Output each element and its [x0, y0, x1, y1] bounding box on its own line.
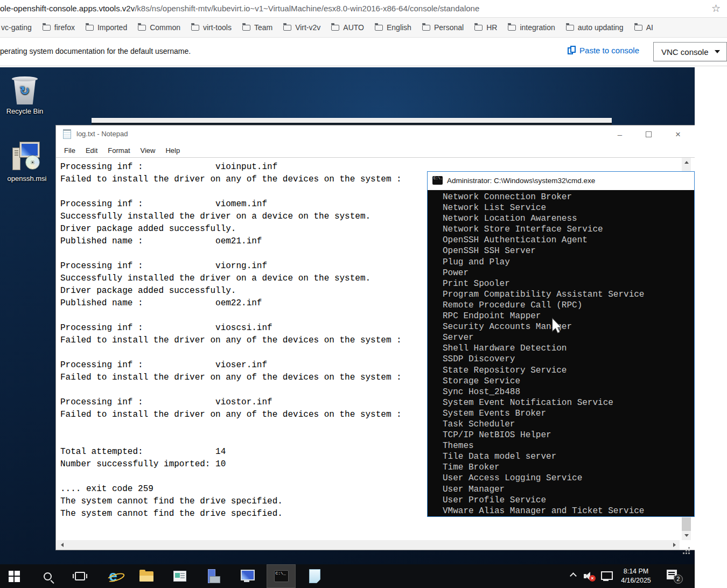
start-button[interactable] [2, 564, 26, 588]
msi-installer-icon [10, 141, 44, 172]
server-manager-button[interactable] [201, 564, 226, 588]
url-host: ole-openshift-console.apps.vtools.v2v [0, 4, 135, 13]
volume-muted-icon[interactable]: × [584, 571, 596, 582]
clock-time: 8:14 PM [614, 567, 658, 576]
paste-to-console-button[interactable]: Paste to console [568, 46, 639, 55]
url-text: ole-openshift-console.apps.vtools.v2v/k8… [0, 4, 479, 13]
service-line: Network Store Interface Service [443, 224, 694, 235]
folder-icon [422, 25, 430, 31]
desktop-icon-label: Recycle Bin [4, 107, 45, 115]
bookmark-item[interactable]: auto updating [566, 23, 624, 32]
service-line: VMware Alias Manager and Ticket Service [443, 506, 694, 516]
scroll-left-arrow[interactable] [58, 541, 66, 549]
bookmark-label: AUTO [343, 23, 364, 32]
bookmark-item[interactable]: integration [508, 23, 555, 32]
bookmark-item[interactable]: Common [138, 23, 180, 32]
bookmark-item[interactable]: AUTO [331, 23, 364, 32]
service-line: Storage Service [443, 376, 694, 387]
bookmark-item[interactable]: virt-tools [191, 23, 232, 32]
cmd-title-bar[interactable]: C:\. Administrator: C:\Windows\system32\… [428, 172, 694, 190]
bookmark-item[interactable]: Virt-v2v [283, 23, 320, 32]
minimize-button[interactable]: – [618, 130, 622, 139]
service-line: Network List Service [443, 202, 694, 213]
cmd-icon: C:\. [432, 176, 443, 185]
taskbar-clock[interactable]: 8:14 PM 4/16/2025 [614, 567, 658, 585]
bookmark-item[interactable]: HR [474, 23, 497, 32]
console-hint-text: perating system documentation for the de… [0, 47, 191, 55]
bookmark-label: integration [520, 23, 555, 32]
service-line: User Access Logging Service [443, 473, 694, 484]
folder-icon [508, 25, 516, 31]
service-line: Server [443, 332, 694, 343]
desktop-icon-label: openssh.msi [3, 174, 51, 183]
desktop-icon-openssh-msi[interactable]: openssh.msi [3, 141, 51, 183]
console-toolbar: perating system documentation for the de… [0, 38, 727, 66]
tray-chevron-up-icon[interactable] [570, 572, 577, 579]
menu-view[interactable]: View [141, 146, 156, 155]
console-type-select[interactable]: VNC console [653, 42, 727, 61]
service-line: System Events Broker [443, 408, 694, 419]
network-icon[interactable] [601, 571, 612, 581]
close-button[interactable]: × [675, 129, 681, 140]
folder-icon [43, 25, 51, 31]
chevron-down-icon [715, 50, 720, 53]
clock-date: 4/16/2025 [614, 576, 658, 585]
menu-format[interactable]: Format [108, 146, 130, 155]
bookmark-label: auto updating [578, 23, 624, 32]
scroll-right-arrow[interactable] [670, 541, 679, 549]
service-line: User Profile Service [443, 495, 694, 506]
folder-icon [138, 25, 146, 31]
recycle-bin-lid [12, 76, 38, 81]
menu-file[interactable]: File [64, 146, 75, 155]
menu-edit[interactable]: Edit [86, 146, 97, 155]
folder-icon [474, 25, 483, 31]
service-line: Task Scheduler [443, 419, 694, 430]
program-window-icon [173, 571, 186, 582]
folder-icon [242, 25, 250, 31]
bookmarks-bar: vc-gating firefox Imported Common virt-t… [0, 18, 727, 38]
service-line: Tile Data model server [443, 451, 694, 462]
notepad-taskbar-icon [309, 569, 320, 583]
bookmark-item[interactable]: vc-gating [1, 23, 32, 32]
bookmark-item[interactable]: Imported [86, 23, 127, 32]
task-view-button[interactable] [67, 564, 92, 588]
cmd-taskbar-button[interactable]: C:\_ [267, 564, 296, 588]
computer-monitor-icon [240, 570, 254, 583]
cmd-window: C:\. Administrator: C:\Windows\system32\… [427, 171, 695, 517]
notepad-icon [63, 129, 71, 139]
service-line: Network Connection Broker [443, 192, 694, 202]
bookmark-item[interactable]: Personal [422, 23, 464, 32]
search-button[interactable] [35, 564, 60, 588]
cmd-title: Administrator: C:\Windows\system32\cmd.e… [447, 177, 595, 185]
bookmark-item[interactable]: Team [242, 23, 272, 32]
bookmark-item[interactable]: English [375, 23, 411, 32]
internet-explorer-button[interactable]: e [101, 564, 125, 588]
bookmark-label: vc-gating [1, 23, 32, 32]
address-bar[interactable]: ole-openshift-console.apps.vtools.v2v/k8… [0, 0, 727, 18]
notepad-text-content[interactable]: Processing inf : vioinput.inf Failed to … [60, 161, 402, 520]
menu-help[interactable]: Help [165, 146, 180, 155]
folder-icon [283, 25, 291, 31]
resize-grip[interactable] [682, 541, 691, 550]
desktop-icon-recycle-bin[interactable]: ↻ Recycle Bin [4, 75, 45, 115]
scrollbar-thumb[interactable] [682, 517, 691, 531]
service-line: TCP/IP NetBIOS Helper [443, 430, 694, 440]
bookmark-item[interactable]: AI [634, 23, 653, 32]
bookmark-item[interactable]: firefox [43, 23, 75, 32]
service-line: SSDP Discovery [443, 354, 694, 365]
scroll-down-arrow[interactable] [682, 531, 691, 540]
bookmark-label: Common [150, 23, 180, 32]
notepad-title-bar[interactable]: log.txt - Notepad – × [56, 125, 695, 143]
scroll-up-arrow[interactable] [682, 158, 691, 167]
computer-button[interactable] [234, 564, 259, 588]
maximize-button[interactable] [646, 131, 652, 137]
mute-x-badge: × [589, 575, 596, 582]
bookmark-star-icon[interactable]: ☆ [711, 2, 721, 15]
cmd-output[interactable]: Network Connection BrokerNetwork List Se… [428, 190, 694, 516]
notifications-button[interactable]: 2 [667, 570, 683, 584]
notepad-taskbar-button[interactable] [302, 564, 327, 588]
file-explorer-button[interactable] [134, 564, 159, 588]
horizontal-scrollbar[interactable] [57, 540, 680, 550]
program-window-button[interactable] [167, 564, 192, 588]
service-line: OpenSSH SSH Server [443, 246, 694, 256]
